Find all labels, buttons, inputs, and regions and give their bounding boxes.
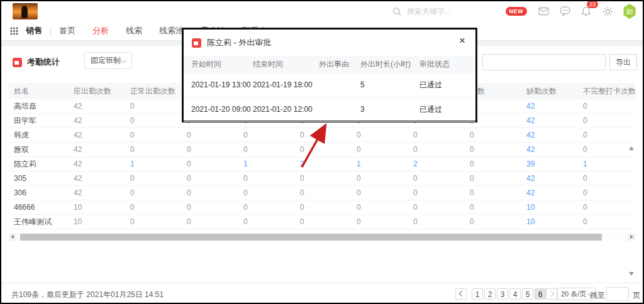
close-icon[interactable]: ×: [459, 35, 465, 46]
count-link[interactable]: 42: [521, 186, 578, 200]
count-cell: 0: [182, 171, 238, 185]
export-button[interactable]: 导出: [609, 54, 637, 70]
count-cell: 0: [408, 200, 465, 214]
app-name[interactable]: 销售: [26, 25, 42, 36]
count-cell: 0: [182, 215, 238, 229]
scroll-up-arrow-icon[interactable]: [629, 146, 634, 150]
page-button[interactable]: 3: [497, 288, 508, 300]
scroll-left-arrow-icon[interactable]: [9, 234, 16, 241]
notification-count-badge: 23: [587, 1, 598, 8]
table-row: 王伟峰测试100000000100: [9, 215, 635, 229]
table-row: 46666100000000100: [9, 200, 635, 215]
count-link[interactable]: 10: [521, 200, 578, 214]
count-cell: 0: [182, 200, 238, 214]
column-header: 姓名: [9, 83, 69, 99]
new-badge: NEW: [506, 7, 528, 16]
user-avatar[interactable]: 如: [623, 4, 636, 19]
company-logo[interactable]: [13, 3, 38, 19]
nav-item[interactable]: 分析: [92, 25, 109, 36]
prev-page-button[interactable]: [455, 288, 467, 300]
count-cell: 42: [69, 128, 125, 142]
name-cell: 高培磊: [9, 99, 69, 113]
page-size-value: 20 条/页: [561, 290, 586, 299]
global-search-box[interactable]: [392, 4, 506, 18]
app-window: NEW 23 如 销售 | 首页分析线索线索池客户池联系人: [0, 0, 644, 304]
next-page-button[interactable]: [546, 288, 557, 300]
page-title: 考勤统计: [27, 57, 60, 68]
chat-icon[interactable]: [558, 5, 571, 18]
vertical-scrollbar[interactable]: [628, 146, 634, 276]
app-launcher-icon[interactable]: [10, 27, 18, 35]
search-input[interactable]: [406, 6, 496, 16]
scroll-down-arrow-icon[interactable]: [629, 272, 634, 276]
page-button[interactable]: 6: [535, 288, 546, 300]
jump-to-label: 跳至: [590, 290, 605, 301]
modal-cell: 已通过: [419, 73, 473, 97]
horizontal-scrollbar-thumb[interactable]: [20, 234, 602, 241]
count-link[interactable]: 42: [521, 114, 578, 128]
count-link[interactable]: 1: [125, 157, 182, 171]
count-cell: 0: [408, 171, 465, 185]
count-link[interactable]: 1: [578, 157, 635, 171]
count-link[interactable]: 2: [295, 157, 352, 171]
mail-icon[interactable]: [537, 5, 550, 18]
page-button[interactable]: 2: [484, 288, 496, 300]
table-row: 陈立莉421012120391: [9, 157, 635, 171]
count-cell: 0: [408, 128, 465, 142]
footer-bar: 共109条，最后更新于 2021年01月25日 14:51 123456 20 …: [1, 283, 643, 304]
modal-cell: 2021-01-20 09:00: [184, 97, 253, 121]
count-cell: 0: [465, 186, 521, 200]
name-cell: 王伟峰测试: [9, 215, 69, 229]
modal-table-header-row: 开始时间结束时间外出事由外出时长(小时)审批状态: [184, 56, 475, 73]
count-cell: 0: [408, 215, 465, 229]
count-cell: 0: [578, 215, 635, 229]
name-cell: 雅双: [9, 143, 69, 156]
count-cell: 0: [578, 114, 635, 128]
bell-icon[interactable]: 23: [580, 5, 592, 18]
modal-cell: 2021-01-19 18:00: [253, 73, 319, 97]
name-cell: 田学军: [9, 114, 69, 128]
count-cell: 0: [238, 128, 295, 142]
page-button[interactable]: 1: [472, 288, 483, 300]
attendance-icon: [13, 58, 22, 67]
count-link[interactable]: 42: [521, 143, 578, 156]
count-cell: 0: [238, 200, 295, 214]
gear-icon[interactable]: [601, 5, 614, 18]
count-cell: 42: [69, 171, 125, 185]
count-cell: 42: [69, 114, 125, 128]
column-header: 不完整打卡次数: [578, 83, 635, 99]
count-link[interactable]: 42: [521, 99, 578, 113]
count-cell: 0: [578, 200, 635, 214]
count-cell: 0: [408, 143, 465, 156]
modal-cell: 3: [355, 97, 419, 121]
count-cell: 0: [578, 186, 635, 200]
count-link[interactable]: 42: [521, 128, 578, 142]
horizontal-scrollbar[interactable]: [9, 233, 635, 241]
count-cell: 0: [125, 128, 182, 142]
count-link[interactable]: 10: [521, 215, 578, 229]
count-cell: 0: [465, 215, 521, 229]
count-link[interactable]: 1: [238, 157, 295, 171]
table-row: 306420000000420: [9, 186, 635, 200]
page-button[interactable]: 5: [522, 288, 533, 300]
count-cell: 42: [69, 143, 125, 156]
jump-to-page-input[interactable]: [606, 287, 629, 301]
nav-item[interactable]: 线索: [126, 25, 142, 36]
count-link[interactable]: 39: [521, 157, 578, 171]
count-cell: 10: [69, 215, 125, 229]
count-cell: 0: [238, 215, 295, 229]
count-cell: 0: [125, 200, 182, 214]
filter-input[interactable]: [482, 54, 606, 70]
count-link[interactable]: 1: [352, 157, 408, 171]
count-link[interactable]: 2: [408, 157, 465, 171]
name-cell: 韩虎: [9, 128, 69, 142]
page-button[interactable]: 4: [509, 288, 521, 300]
nav-item[interactable]: 线索池: [159, 25, 184, 36]
count-cell: 42: [69, 99, 125, 113]
shift-type-select[interactable]: 固定班制: [84, 52, 132, 69]
table-row: 雅双420000000420: [9, 143, 635, 157]
count-link[interactable]: 42: [521, 171, 578, 185]
scroll-right-arrow-icon[interactable]: [628, 234, 635, 241]
count-cell: 0: [295, 200, 352, 214]
nav-item[interactable]: 首页: [59, 25, 75, 36]
